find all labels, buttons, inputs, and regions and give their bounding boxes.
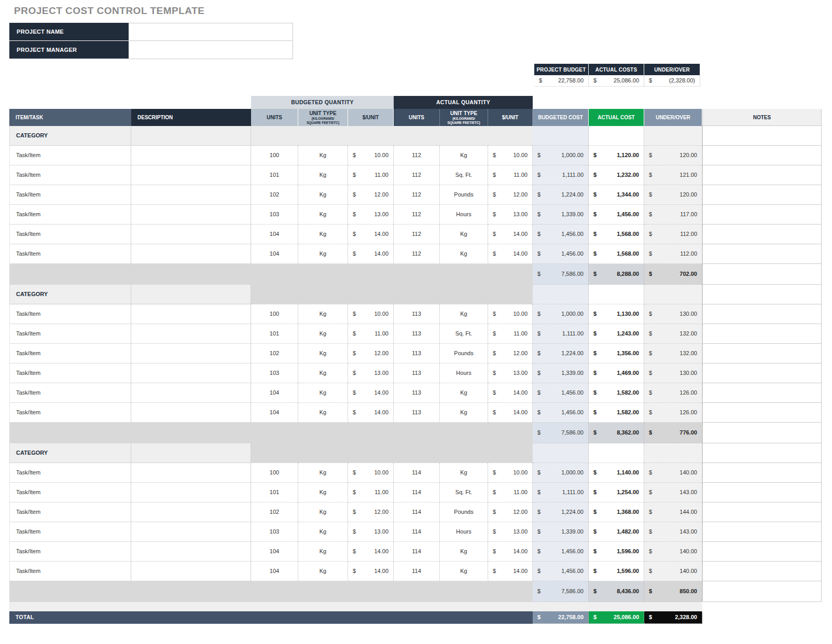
- actual-cost-cell[interactable]: $1,568.00: [589, 244, 644, 264]
- actual-unit-type-cell[interactable]: Hours: [440, 522, 488, 542]
- budgeted-cost-cell[interactable]: $1,456.00: [533, 562, 589, 581]
- category-cell[interactable]: CATEGORY: [9, 285, 131, 304]
- actual-cost-cell[interactable]: $1,582.00: [589, 383, 644, 403]
- budgeted-unit-type-cell[interactable]: Kg: [298, 205, 348, 225]
- under-over-cell[interactable]: $130.00: [644, 363, 702, 383]
- summary-actual-costs-value[interactable]: $ 25,086.00: [589, 75, 644, 87]
- actual-unit-type-cell[interactable]: Sq. Ft.: [440, 483, 488, 502]
- budgeted-units-cell[interactable]: 102: [251, 185, 298, 205]
- description-cell[interactable]: [131, 383, 251, 403]
- description-cell[interactable]: [131, 463, 251, 483]
- under-over-cell[interactable]: [644, 285, 702, 304]
- actual-units-cell[interactable]: 114: [394, 483, 440, 502]
- actual-units-cell[interactable]: 113: [394, 324, 440, 344]
- actual-cost-cell[interactable]: $1,469.00: [589, 363, 644, 383]
- under-over-cell[interactable]: $140.00: [644, 562, 702, 581]
- description-cell[interactable]: [131, 185, 251, 205]
- budgeted-units-cell[interactable]: 104: [251, 244, 298, 264]
- total-actual-cost-cell[interactable]: $25,086.00: [589, 611, 644, 624]
- actual-unit-type-cell[interactable]: Sq. Ft.: [440, 165, 488, 185]
- description-cell[interactable]: [131, 244, 251, 264]
- actual-unit-type-cell[interactable]: Pounds: [440, 185, 488, 205]
- actual-cost-cell[interactable]: $1,130.00: [589, 304, 644, 324]
- description-cell[interactable]: [131, 205, 251, 225]
- under-over-cell[interactable]: $117.00: [644, 205, 702, 225]
- actual-cost-cell[interactable]: $1,482.00: [589, 522, 644, 542]
- under-over-cell[interactable]: $112.00: [644, 244, 702, 264]
- actual-unit-type-cell[interactable]: Kg: [440, 403, 488, 423]
- project-name-input[interactable]: [129, 23, 293, 41]
- subtotal-actual-cost-cell[interactable]: $8,362.00: [589, 423, 644, 443]
- actual-unit-type-cell[interactable]: Kg: [440, 225, 488, 244]
- budgeted-units-cell[interactable]: 100: [251, 304, 298, 324]
- budgeted-units-cell[interactable]: 104: [251, 403, 298, 423]
- budgeted-unit-type-cell[interactable]: Kg: [298, 463, 348, 483]
- total-under-over-cell[interactable]: $2,328.00: [644, 611, 702, 624]
- budgeted-cost-cell[interactable]: $1,224.00: [533, 502, 589, 522]
- description-cell[interactable]: [131, 146, 251, 165]
- actual-units-cell[interactable]: 112: [394, 205, 440, 225]
- actual-rate-cell[interactable]: $10.00: [488, 146, 533, 165]
- actual-unit-type-cell[interactable]: Kg: [440, 244, 488, 264]
- budgeted-units-cell[interactable]: 104: [251, 383, 298, 403]
- budgeted-cost-cell[interactable]: $1,000.00: [533, 463, 589, 483]
- actual-units-cell[interactable]: 113: [394, 344, 440, 363]
- actual-unit-type-cell[interactable]: Kg: [440, 146, 488, 165]
- budgeted-rate-cell[interactable]: $14.00: [348, 244, 394, 264]
- budgeted-cost-cell[interactable]: $1,339.00: [533, 522, 589, 542]
- task-item-cell[interactable]: Task/Item: [9, 324, 131, 344]
- actual-cost-cell[interactable]: $1,232.00: [589, 165, 644, 185]
- budgeted-units-cell[interactable]: 104: [251, 562, 298, 581]
- notes-cell[interactable]: [702, 344, 822, 363]
- task-item-cell[interactable]: Task/Item: [9, 522, 131, 542]
- budgeted-rate-cell[interactable]: $12.00: [348, 185, 394, 205]
- budgeted-rate-cell[interactable]: $13.00: [348, 205, 394, 225]
- under-over-cell[interactable]: $130.00: [644, 304, 702, 324]
- subtotal-budgeted-cost-cell[interactable]: $7,586.00: [533, 581, 589, 602]
- actual-units-cell[interactable]: 113: [394, 363, 440, 383]
- budgeted-cost-cell[interactable]: $1,111.00: [533, 483, 589, 502]
- under-over-cell[interactable]: $126.00: [644, 383, 702, 403]
- actual-rate-cell[interactable]: $11.00: [488, 165, 533, 185]
- actual-units-cell[interactable]: 113: [394, 304, 440, 324]
- actual-cost-cell[interactable]: $1,344.00: [589, 185, 644, 205]
- under-over-cell[interactable]: $120.00: [644, 185, 702, 205]
- actual-rate-cell[interactable]: $14.00: [488, 542, 533, 562]
- actual-unit-type-cell[interactable]: Kg: [440, 383, 488, 403]
- actual-unit-type-cell[interactable]: Kg: [440, 304, 488, 324]
- budgeted-cost-cell[interactable]: $1,111.00: [533, 165, 589, 185]
- actual-units-cell[interactable]: 114: [394, 502, 440, 522]
- under-over-cell[interactable]: $121.00: [644, 165, 702, 185]
- subtotal-budgeted-cost-cell[interactable]: $7,586.00: [533, 423, 589, 443]
- actual-cost-cell[interactable]: $1,596.00: [589, 562, 644, 581]
- budgeted-unit-type-cell[interactable]: Kg: [298, 522, 348, 542]
- budgeted-unit-type-cell[interactable]: Kg: [298, 165, 348, 185]
- actual-cost-cell[interactable]: $1,243.00: [589, 324, 644, 344]
- under-over-cell[interactable]: $144.00: [644, 502, 702, 522]
- task-item-cell[interactable]: Task/Item: [9, 185, 131, 205]
- task-item-cell[interactable]: Task/Item: [9, 304, 131, 324]
- budgeted-units-cell[interactable]: 103: [251, 522, 298, 542]
- actual-units-cell[interactable]: 113: [394, 383, 440, 403]
- under-over-cell[interactable]: $132.00: [644, 324, 702, 344]
- budgeted-rate-cell[interactable]: $14.00: [348, 562, 394, 581]
- budgeted-rate-cell[interactable]: $12.00: [348, 344, 394, 363]
- actual-cost-cell[interactable]: [589, 443, 644, 463]
- actual-cost-cell[interactable]: $1,596.00: [589, 542, 644, 562]
- description-cell[interactable]: [131, 165, 251, 185]
- category-cell[interactable]: CATEGORY: [9, 443, 131, 463]
- budgeted-rate-cell[interactable]: $12.00: [348, 502, 394, 522]
- task-item-cell[interactable]: Task/Item: [9, 363, 131, 383]
- description-cell[interactable]: [131, 522, 251, 542]
- actual-unit-type-cell[interactable]: Pounds: [440, 344, 488, 363]
- budgeted-rate-cell[interactable]: $11.00: [348, 483, 394, 502]
- subtotal-actual-cost-cell[interactable]: $8,436.00: [589, 581, 644, 602]
- task-item-cell[interactable]: Task/Item: [9, 502, 131, 522]
- notes-cell[interactable]: [702, 522, 822, 542]
- notes-cell[interactable]: [702, 146, 822, 165]
- actual-cost-cell[interactable]: $1,254.00: [589, 483, 644, 502]
- task-item-cell[interactable]: Task/Item: [9, 383, 131, 403]
- description-cell[interactable]: [131, 403, 251, 423]
- actual-units-cell[interactable]: 113: [394, 403, 440, 423]
- budgeted-rate-cell[interactable]: $10.00: [348, 463, 394, 483]
